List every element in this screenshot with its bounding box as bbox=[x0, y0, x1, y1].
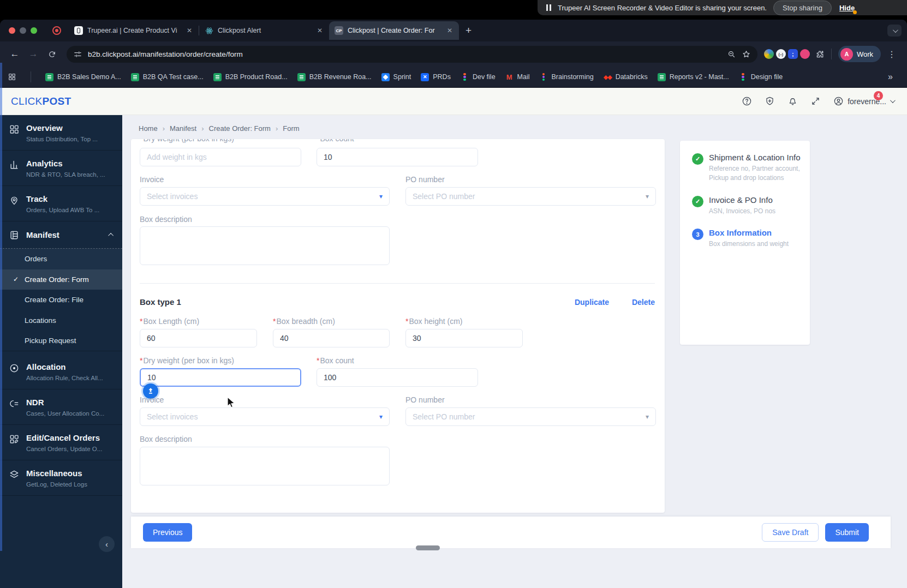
bookmark-item[interactable]: B2B Revenue Roa... bbox=[297, 73, 372, 81]
close-tab-icon[interactable]: ✕ bbox=[186, 27, 193, 34]
previous-button[interactable]: Previous bbox=[143, 523, 192, 542]
account-menu[interactable]: foreverne... 4 bbox=[833, 96, 896, 106]
extension-icon[interactable] bbox=[764, 49, 774, 59]
bookmark-item[interactable]: Reports v2 - Mast... bbox=[658, 73, 729, 81]
extension-icon[interactable] bbox=[800, 49, 810, 59]
extension-icon[interactable]: (–) bbox=[776, 49, 786, 59]
bookmark-item[interactable]: Sprint bbox=[381, 73, 411, 81]
tab-search-button[interactable] bbox=[887, 25, 902, 37]
box-height-input[interactable] bbox=[405, 329, 523, 347]
sidebar-collapse-button[interactable]: ‹ bbox=[99, 536, 115, 552]
save-draft-button[interactable]: Save Draft bbox=[762, 523, 819, 542]
po-number-select-prev[interactable]: Select PO number ▾ bbox=[405, 187, 656, 206]
apps-grid-icon[interactable] bbox=[8, 73, 16, 81]
breadcrumb-manifest[interactable]: Manifest bbox=[170, 124, 196, 133]
duplicate-link[interactable]: Duplicate bbox=[575, 298, 609, 307]
bookmarks-overflow-icon[interactable]: » bbox=[888, 72, 899, 82]
box-count-input-prev[interactable] bbox=[317, 148, 478, 166]
sidebar-item-manifest[interactable]: Manifest bbox=[0, 221, 122, 249]
sidebar-item-subtitle: NDR & RTO, SLA breach, ... bbox=[26, 171, 105, 178]
po-number-select[interactable]: Select PO number ▾ bbox=[405, 407, 656, 426]
bookmark-item[interactable]: Brainstorming bbox=[540, 73, 594, 81]
delete-link[interactable]: Delete bbox=[632, 298, 655, 307]
forward-button[interactable]: → bbox=[25, 46, 41, 62]
sidebar-item-locations[interactable]: Locations bbox=[0, 310, 122, 331]
dry-weight-input[interactable] bbox=[140, 368, 301, 387]
new-tab-button[interactable]: + bbox=[466, 25, 472, 37]
bookmark-item[interactable]: B2B Sales Demo A... bbox=[45, 73, 121, 81]
site-settings-icon[interactable] bbox=[73, 50, 82, 59]
extension-icon[interactable]: ; bbox=[788, 49, 798, 59]
breadcrumb-create-order[interactable]: Create Order: Form bbox=[209, 124, 271, 133]
close-tab-icon[interactable]: ✕ bbox=[316, 27, 324, 34]
box-description-textarea[interactable] bbox=[140, 447, 390, 485]
shield-icon[interactable] bbox=[765, 96, 775, 106]
sidebar-item-orders[interactable]: Orders bbox=[0, 249, 122, 269]
hide-banner-link[interactable]: Hide bbox=[839, 4, 855, 12]
user-icon bbox=[833, 96, 844, 106]
close-window-button[interactable] bbox=[9, 27, 15, 34]
bell-icon[interactable] bbox=[787, 96, 798, 106]
sidebar-item-allocation[interactable]: AllocationAllocation Rule, Check All... bbox=[0, 351, 122, 389]
bookmark-item[interactable]: MMail bbox=[505, 73, 530, 81]
minimize-window-button[interactable] bbox=[20, 27, 26, 34]
step-box-information[interactable]: 3 Box Information Box dimensions and wei… bbox=[692, 228, 802, 249]
logo-click: CLICK bbox=[11, 95, 42, 107]
tab-clickpost-create-order[interactable]: CP Clickpost | Create Order: For ✕ bbox=[329, 21, 459, 40]
sidebar-item-track[interactable]: TrackOrders, Upload AWB To ... bbox=[0, 186, 122, 221]
submit-button[interactable]: Submit bbox=[825, 523, 869, 542]
bookmark-item[interactable]: B2B QA Test case... bbox=[131, 73, 204, 81]
sidebar-item-edit-cancel-orders[interactable]: Edit/Cancel OrdersCancel Orders, Update … bbox=[0, 425, 122, 460]
sidebar-item-label: Edit/Cancel Orders bbox=[26, 433, 102, 442]
check-icon: ✓ bbox=[13, 275, 19, 283]
fullscreen-window-button[interactable] bbox=[31, 27, 37, 34]
sidebar-child-label: Create Order: Form bbox=[25, 275, 89, 284]
bookmark-item[interactable]: ◆◆Databricks bbox=[604, 73, 648, 81]
invoice-select-prev[interactable]: Select invoices ▾ bbox=[140, 187, 390, 206]
bookmark-item[interactable]: Design file bbox=[739, 73, 783, 81]
drag-handle[interactable] bbox=[416, 545, 440, 550]
sidebar-item-overview[interactable]: OverviewStatus Distribution, Top ... bbox=[0, 115, 122, 151]
expand-icon[interactable] bbox=[810, 96, 821, 106]
url-text: b2b.clickpost.ai/manifestation/order/cre… bbox=[88, 50, 721, 58]
box-count-input[interactable] bbox=[317, 368, 478, 387]
sidebar-item-create-order-form[interactable]: ✓Create Order: Form bbox=[0, 269, 122, 290]
chevron-down-icon: ▾ bbox=[646, 193, 649, 200]
sidebar-item-ndr[interactable]: NDRCases, User Allocation Co... bbox=[0, 389, 122, 425]
databricks-icon: ◆◆ bbox=[604, 73, 612, 81]
sidebar-item-label: Track bbox=[26, 194, 99, 203]
tab-clickpost-alert[interactable]: Clickpost Alert ✕ bbox=[199, 21, 329, 40]
box-length-input[interactable] bbox=[140, 329, 257, 347]
dry-weight-input-prev[interactable] bbox=[140, 148, 301, 166]
bookmark-item[interactable]: B2B Product Road... bbox=[213, 73, 288, 81]
reload-button[interactable] bbox=[44, 46, 60, 62]
breadcrumb-home[interactable]: Home bbox=[139, 124, 158, 133]
box-breadth-input[interactable] bbox=[273, 329, 390, 347]
profile-chip[interactable]: A Work bbox=[838, 46, 881, 62]
screen: Trupeer AI Screen Recorder & Video Edito… bbox=[0, 0, 907, 588]
zoom-icon[interactable] bbox=[727, 50, 736, 59]
help-icon[interactable] bbox=[742, 96, 752, 106]
bookmark-item[interactable]: Dev file bbox=[461, 73, 496, 81]
stop-sharing-button[interactable]: Stop sharing bbox=[773, 1, 832, 15]
step-invoice-po[interactable]: ✓ Invoice & PO Info ASN, Invoices, PO no… bbox=[692, 195, 802, 216]
bookmark-star-icon[interactable] bbox=[742, 50, 751, 59]
label-text: Box count bbox=[320, 139, 354, 143]
back-button[interactable]: ← bbox=[7, 46, 23, 62]
step-subtitle: ASN, Invoices, PO nos bbox=[709, 207, 775, 216]
invoice-select[interactable]: Select invoices ▾ bbox=[140, 407, 390, 426]
box-description-label: Box description bbox=[140, 435, 192, 443]
sidebar-item-analytics[interactable]: AnalyticsNDR & RTO, SLA breach, ... bbox=[0, 151, 122, 186]
sidebar-item-create-order-file[interactable]: Create Order: File bbox=[0, 290, 122, 310]
browser-menu-icon[interactable]: ⋮ bbox=[883, 49, 900, 59]
bookmark-item[interactable]: ✕PRDs bbox=[421, 73, 451, 81]
close-tab-icon[interactable]: ✕ bbox=[446, 27, 454, 34]
sidebar-item-pickup-request[interactable]: Pickup Request bbox=[0, 331, 122, 351]
address-bar[interactable]: b2b.clickpost.ai/manifestation/order/cre… bbox=[67, 46, 757, 63]
step-shipment-location[interactable]: ✓ Shipment & Location Info Reference no,… bbox=[692, 153, 802, 183]
sidebar-item-miscellaneous[interactable]: MiscellaneousGetLog, Deleted Logs bbox=[0, 460, 122, 496]
window-controls[interactable] bbox=[9, 27, 37, 34]
tab-trupeer[interactable]: Trupeer.ai | Create Product Vi ✕ bbox=[69, 21, 199, 40]
extensions-puzzle-icon[interactable] bbox=[815, 50, 825, 59]
box-description-textarea-prev[interactable] bbox=[140, 226, 390, 265]
